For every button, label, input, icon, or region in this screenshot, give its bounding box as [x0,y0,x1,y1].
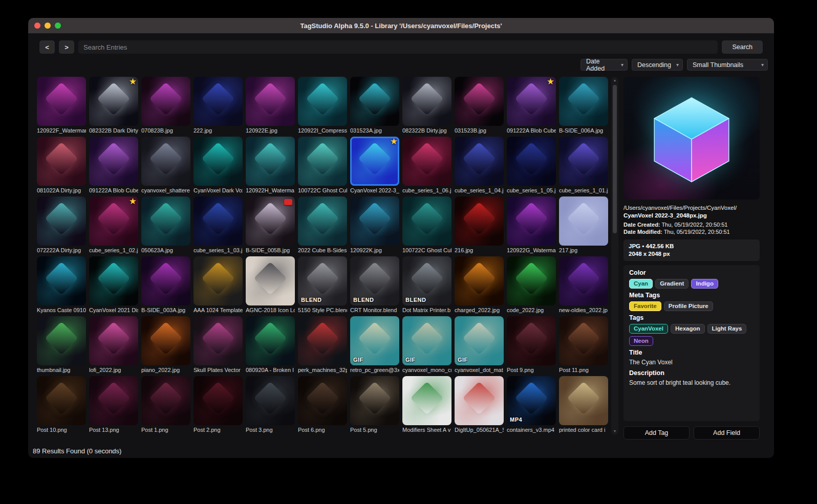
grid-item[interactable]: GIFretro_pc_green@3x [350,316,399,374]
back-button[interactable]: < [39,40,55,54]
grid-item[interactable]: AGNC-2018 Icon Lo [246,256,295,314]
grid-item[interactable]: 080920A - Broken I [246,316,295,374]
add-field-button[interactable]: Add Field [694,426,760,440]
grid-item[interactable]: B-SIDE_003A.jpg [141,256,190,314]
grid-item[interactable]: Modifiers Sheet A v [402,376,451,433]
tag-neon[interactable]: Neon [629,336,653,346]
grid-item[interactable]: lofi_2022.jpg [89,316,138,374]
thumbnail-size-dropdown[interactable]: Small Thumbnails ▾ [687,59,768,71]
grid-item[interactable]: printed color card i [559,376,608,433]
grid-item[interactable]: ★082322B Dark Dirty [89,77,138,134]
grid-item[interactable]: 216.jpg [455,196,504,254]
grid-item[interactable]: B-SIDE_005B.jpg [246,196,295,254]
grid-item[interactable]: 050623A.jpg [141,196,190,254]
grid-item[interactable]: DigItUp_050621A_S [455,376,504,433]
grid-item[interactable]: BLENDDot Matrix Printer.b [402,256,451,314]
grid-item[interactable]: Post 13.png [89,376,138,433]
thumbnail-shape [358,202,391,235]
grid-item[interactable]: GIFcyanvoxel_dot_mat [455,316,504,374]
grid-item[interactable]: new-oldies_2022.jp [559,256,608,314]
grid-item[interactable]: MP4containers_v3.mp4 [507,376,556,433]
grid-item[interactable]: 120922E.jpg [246,77,295,134]
tag-hexagon[interactable]: Hexagon [671,324,705,334]
grid-item[interactable]: 222.jpg [193,77,243,134]
thumbnail-image [455,77,504,126]
grid-item[interactable]: 031523A.jpg [350,77,399,134]
grid-item[interactable]: ★cube_series_1_02.j [89,196,138,254]
grid-item[interactable]: 120922F_Watermark [37,77,86,134]
tag-light-rays[interactable]: Light Rays [707,324,747,334]
tag-favorite[interactable]: Favorite [629,301,661,311]
grid-item[interactable]: Post 5.png [350,376,399,433]
tag-gradient[interactable]: Gradient [655,279,689,289]
thumbnail-shape [97,82,130,116]
grid-item[interactable]: ★CyanVoxel 2022-3_ [350,137,399,194]
sort-order-dropdown[interactable]: Descending ▾ [632,59,683,71]
grid-item[interactable]: Skull Plates Vector [193,316,243,374]
grid-item[interactable]: Post 2.png [193,376,243,433]
grid-item[interactable]: Post 10.png [37,376,86,433]
grid-item[interactable]: cube_series_1_06.j [402,137,451,194]
grid-item[interactable]: 100722C Ghost Cub [402,196,451,254]
grid-item[interactable]: Post 11.png [559,316,608,374]
thumbnail-shape [567,202,600,235]
grid-item[interactable]: ★091222A Blob Cube [507,77,556,134]
grid-item[interactable]: B-SIDE_006A.jpg [559,77,608,134]
tag-indigo[interactable]: Indigo [691,279,718,289]
file-format-badge: MP4 [510,417,522,423]
grid-item[interactable]: 091222A Blob Cube [89,137,138,194]
add-tag-button[interactable]: Add Tag [624,426,690,440]
scroll-up-icon[interactable]: ▲ [613,77,617,84]
grid-item[interactable]: CyanVoxel 2021 Dis [89,256,138,314]
grid-item[interactable]: cube_series_1_01.j [559,137,608,194]
grid-item[interactable]: piano_2022.jpg [141,316,190,374]
scrollbar[interactable]: ▲ ▼ [611,77,618,435]
search-input[interactable] [78,40,718,54]
grid-item[interactable]: 2022 Cube B-Sides [298,196,347,254]
grid-item[interactable]: CyanVoxel Dark Vox [193,137,243,194]
grid-item[interactable]: 120922I_Compress [298,77,347,134]
close-window-button[interactable] [34,23,40,29]
search-button[interactable]: Search [722,40,763,54]
thumbnail-filename: 216.jpg [455,247,504,254]
scroll-down-icon[interactable]: ▼ [613,428,617,435]
grid-item[interactable]: cube_series_1_04.j [455,137,504,194]
grid-item[interactable]: 120922H_Waterma [246,137,295,194]
grid-item[interactable]: 081022A Dirty.jpg [37,137,86,194]
grid-item[interactable]: thumbnail.jpg [37,316,86,374]
grid-item[interactable]: AAA 1024 Template [193,256,243,314]
minimize-window-button[interactable] [45,23,51,29]
grid-item[interactable]: 217.jpg [559,196,608,254]
grid-item[interactable]: 082322B Dirty.jpg [402,77,451,134]
grid-item[interactable]: GIFcyanvoxel_mono_cr [402,316,451,374]
grid-item[interactable]: 072222A Dirty.jpg [37,196,86,254]
grid-item[interactable]: BLENDCRT Monitor.blend [350,256,399,314]
grid-item[interactable]: Post 1.png [141,376,190,433]
red-badge-icon [284,199,292,205]
grid-item[interactable]: cyanvoxel_shattere [141,137,190,194]
scrollbar-thumb[interactable] [613,85,617,233]
grid-item[interactable]: Post 3.png [246,376,295,433]
grid-item[interactable]: cube_series_1_03.j [193,196,243,254]
forward-button[interactable]: > [59,40,74,54]
grid-item[interactable]: Post 9.png [507,316,556,374]
zoom-window-button[interactable] [55,23,61,29]
sort-field-dropdown[interactable]: Date Added ▾ [580,59,628,71]
tag-cyanvoxel[interactable]: CyanVoxel [629,324,668,334]
grid-item[interactable]: Post 6.png [298,376,347,433]
grid-item[interactable]: 100722C Ghost Cub [298,137,347,194]
thumbnail-image: BLEND [298,256,347,305]
grid-item[interactable]: Kyanos Caste 0910 [37,256,86,314]
grid-item[interactable]: cube_series_1_05.j [507,137,556,194]
grid-item[interactable]: perk_machines_32p [298,316,347,374]
grid-item[interactable]: BLEND5150 Style PC.blend [298,256,347,314]
grid-item[interactable]: 070823B.jpg [141,77,190,134]
grid-item[interactable]: code_2022.jpg [507,256,556,314]
grid-item[interactable]: 120922G_Waterma [507,196,556,254]
grid-item[interactable]: 120922K.jpg [350,196,399,254]
tag-profile-picture[interactable]: Profile Picture [664,301,713,311]
tag-cyan[interactable]: Cyan [629,279,653,289]
thumbnail-filename: cyanvoxel_shattere [141,187,190,194]
grid-item[interactable]: charged_2022.jpg [455,256,504,314]
grid-item[interactable]: 031523B.jpg [455,77,504,134]
